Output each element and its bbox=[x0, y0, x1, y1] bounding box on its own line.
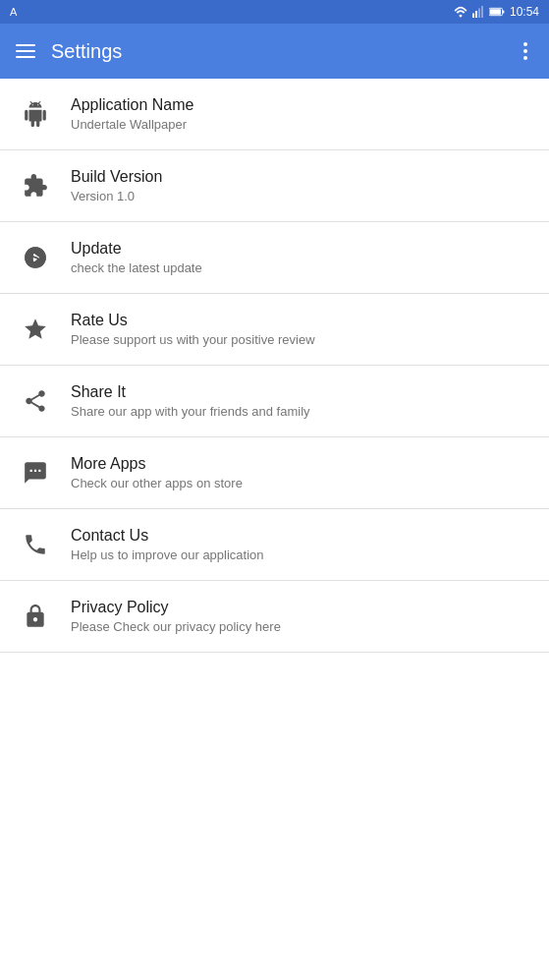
svg-point-0 bbox=[460, 15, 463, 18]
privacy-policy-title: Privacy Policy bbox=[71, 599, 281, 616]
hamburger-menu-button[interactable] bbox=[16, 44, 35, 58]
settings-item-more-apps[interactable]: More Apps Check our other apps on store bbox=[0, 437, 549, 509]
application-name-subtitle: Undertale Wallpaper bbox=[71, 117, 193, 132]
settings-item-application-name[interactable]: Application Name Undertale Wallpaper bbox=[0, 79, 549, 150]
status-bar: A 10:54 bbox=[0, 0, 549, 24]
status-bar-right: 10:54 bbox=[454, 5, 539, 19]
android-icon bbox=[16, 94, 55, 134]
update-icon bbox=[16, 238, 55, 277]
build-version-title: Build Version bbox=[71, 168, 162, 186]
more-apps-subtitle: Check our other apps on store bbox=[71, 476, 243, 490]
settings-item-privacy-policy[interactable]: Privacy Policy Please Check our privacy … bbox=[0, 581, 549, 653]
settings-item-build-version[interactable]: Build Version Version 1.0 bbox=[0, 150, 549, 222]
app-bar-left: Settings bbox=[16, 40, 122, 63]
update-title: Update bbox=[71, 240, 202, 258]
settings-item-update[interactable]: Update check the latest update bbox=[0, 222, 549, 294]
share-it-subtitle: Share our app with your friends and fami… bbox=[71, 404, 310, 419]
application-name-content: Application Name Undertale Wallpaper bbox=[71, 96, 193, 132]
star-icon bbox=[16, 310, 55, 349]
more-apps-title: More Apps bbox=[71, 455, 243, 473]
status-bar-left: A bbox=[10, 6, 17, 18]
svg-rect-7 bbox=[490, 9, 501, 15]
svg-rect-6 bbox=[503, 10, 505, 13]
settings-list: Application Name Undertale Wallpaper Bui… bbox=[0, 79, 549, 653]
update-content: Update check the latest update bbox=[71, 240, 202, 275]
signal-icon bbox=[472, 6, 484, 18]
svg-rect-1 bbox=[472, 14, 474, 19]
settings-item-contact-us[interactable]: Contact Us Help us to improve our applic… bbox=[0, 509, 549, 581]
settings-item-rate-us[interactable]: Rate Us Please support us with your posi… bbox=[0, 294, 549, 366]
carrier-text: A bbox=[10, 6, 17, 18]
privacy-policy-subtitle: Please Check our privacy policy here bbox=[71, 619, 281, 634]
time-display: 10:54 bbox=[510, 5, 539, 19]
app-bar: Settings bbox=[0, 24, 549, 79]
app-bar-title: Settings bbox=[51, 40, 122, 63]
svg-rect-4 bbox=[481, 6, 483, 18]
privacy-policy-content: Privacy Policy Please Check our privacy … bbox=[71, 599, 281, 634]
update-subtitle: check the latest update bbox=[71, 260, 202, 275]
contact-us-title: Contact Us bbox=[71, 527, 264, 545]
share-icon bbox=[16, 381, 55, 421]
build-version-subtitle: Version 1.0 bbox=[71, 189, 162, 203]
lock-icon bbox=[16, 597, 55, 636]
more-options-button[interactable] bbox=[518, 38, 533, 64]
chat-icon bbox=[16, 453, 55, 492]
build-version-content: Build Version Version 1.0 bbox=[71, 168, 162, 203]
svg-rect-2 bbox=[475, 11, 477, 18]
settings-item-share-it[interactable]: Share It Share our app with your friends… bbox=[0, 366, 549, 437]
wifi-icon bbox=[454, 6, 467, 18]
rate-us-subtitle: Please support us with your positive rev… bbox=[71, 332, 315, 347]
share-it-content: Share It Share our app with your friends… bbox=[71, 383, 310, 419]
share-it-title: Share It bbox=[71, 383, 310, 401]
phone-icon bbox=[16, 525, 55, 564]
rate-us-title: Rate Us bbox=[71, 312, 315, 329]
contact-us-subtitle: Help us to improve our application bbox=[71, 548, 264, 562]
more-apps-content: More Apps Check our other apps on store bbox=[71, 455, 243, 490]
battery-icon bbox=[489, 6, 505, 18]
rate-us-content: Rate Us Please support us with your posi… bbox=[71, 312, 315, 347]
svg-rect-3 bbox=[478, 9, 480, 19]
application-name-title: Application Name bbox=[71, 96, 193, 114]
build-icon bbox=[16, 166, 55, 205]
contact-us-content: Contact Us Help us to improve our applic… bbox=[71, 527, 264, 562]
